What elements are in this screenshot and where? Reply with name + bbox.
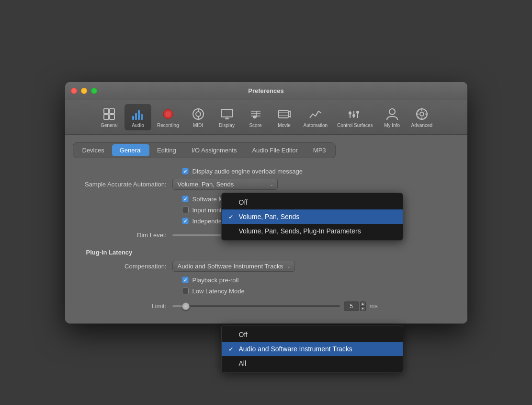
toolbar-item-control-surfaces[interactable]: Control Surfaces xyxy=(333,104,376,130)
compensation-check: ✓ xyxy=(228,345,234,352)
control-surfaces-icon xyxy=(347,106,362,122)
limit-thumb[interactable] xyxy=(182,302,190,310)
sample-accurate-check: ✓ xyxy=(228,213,234,220)
limit-down[interactable]: ▼ xyxy=(360,306,366,311)
sample-accurate-option-volume-pan-sends-plugin[interactable]: Volume, Pan, Sends, Plug-In Parameters xyxy=(222,224,403,238)
sample-accurate-menu: Off ✓ Volume, Pan, Sends Volume, Pan, Se… xyxy=(221,193,403,241)
svg-point-35 xyxy=(420,112,424,116)
toolbar-item-midi[interactable]: MIDI xyxy=(185,104,212,130)
limit-value-container: 5 ▲ ▼ xyxy=(344,301,366,311)
limit-unit: ms xyxy=(370,302,378,310)
minimize-button[interactable] xyxy=(81,88,87,94)
score-icon xyxy=(248,106,263,122)
sample-accurate-option-volume-pan-sends[interactable]: ✓ Volume, Pan, Sends xyxy=(222,209,403,224)
toolbar-item-general[interactable]: General xyxy=(96,104,123,130)
low-latency-mode-checkbox[interactable] xyxy=(182,288,189,294)
tab-audio-file-editor[interactable]: Audio File Editor xyxy=(244,144,305,156)
compensation-dropdown[interactable]: Audio and Software Instrument Tracks ⌄ xyxy=(172,261,295,272)
sample-accurate-vpsp-label: Volume, Pan, Sends, Plug-In Parameters xyxy=(239,227,361,235)
sample-accurate-value: Volume, Pan, Sends xyxy=(178,181,234,188)
sample-accurate-option-off[interactable]: Off xyxy=(222,195,403,209)
sample-accurate-arrow: ⌄ xyxy=(270,182,273,187)
playback-preroll-label: Playback pre-roll xyxy=(192,277,239,284)
compensation-option-audio-software[interactable]: ✓ Audio and Software Instrument Tracks xyxy=(222,342,403,356)
my-info-icon xyxy=(385,106,400,122)
display-audio-engine-checkbox[interactable] xyxy=(182,168,189,174)
plug-in-latency-title: Plug-in Latency xyxy=(77,249,456,256)
svg-point-12 xyxy=(196,112,201,116)
svg-point-10 xyxy=(165,111,171,117)
tabs-bar: Devices General Editing I/O Assignments … xyxy=(73,142,336,158)
tab-mp3[interactable]: MP3 xyxy=(306,144,334,156)
audio-icon xyxy=(130,106,146,122)
compensation-all-label: All xyxy=(239,359,247,367)
sample-accurate-dropdown[interactable]: Volume, Pan, Sends ⌄ xyxy=(172,179,278,190)
toolbar-item-audio[interactable]: Audio xyxy=(125,104,151,130)
toolbar-item-recording[interactable]: Recording xyxy=(153,104,183,130)
svg-line-43 xyxy=(418,116,419,118)
tab-editing[interactable]: Editing xyxy=(149,144,184,156)
tab-io-assignments[interactable]: I/O Assignments xyxy=(184,144,245,156)
compensation-arrow: ⌄ xyxy=(287,264,291,269)
limit-up[interactable]: ▲ xyxy=(360,301,366,306)
toolbar-item-my-info[interactable]: My Info xyxy=(379,104,406,130)
svg-rect-4 xyxy=(132,116,134,120)
display-audio-engine-row: Display audio engine overload message xyxy=(77,168,456,175)
toolbar-label-advanced: Advanced xyxy=(411,123,432,128)
toolbar-label-my-info: My Info xyxy=(384,123,400,128)
general-icon xyxy=(102,106,117,122)
toolbar-label-midi: MIDI xyxy=(193,123,203,128)
dim-level-label: Dim Level: xyxy=(77,231,172,239)
svg-point-31 xyxy=(352,114,355,117)
display-icon xyxy=(219,106,235,122)
sample-accurate-off-label: Off xyxy=(239,198,248,206)
svg-line-42 xyxy=(424,110,426,111)
compensation-off-label: Off xyxy=(239,331,248,338)
svg-line-41 xyxy=(424,116,426,118)
limit-slider-row: 5 ▲ ▼ ms xyxy=(172,301,378,311)
input-monitoring-checkbox[interactable] xyxy=(182,207,189,213)
toolbar-label-display: Display xyxy=(219,123,235,128)
svg-line-40 xyxy=(418,110,419,111)
automation-icon xyxy=(308,106,323,122)
svg-point-21 xyxy=(252,115,257,119)
low-latency-mode-row: Low Latency Mode xyxy=(77,288,456,295)
limit-row: Limit: 5 ▲ ▼ ms xyxy=(77,301,456,311)
playback-preroll-checkbox[interactable] xyxy=(182,277,189,283)
compensation-option-all[interactable]: All xyxy=(222,356,403,370)
close-button[interactable] xyxy=(71,88,77,94)
svg-rect-2 xyxy=(104,115,109,119)
independent-monitoring-checkbox[interactable] xyxy=(182,218,189,224)
sample-accurate-vps-label: Volume, Pan, Sends xyxy=(239,213,300,220)
preferences-window: Preferences General xyxy=(65,82,467,324)
midi-icon xyxy=(191,106,206,122)
display-audio-engine-label: Display audio engine overload message xyxy=(192,168,303,175)
svg-rect-5 xyxy=(135,113,137,120)
svg-rect-15 xyxy=(221,109,233,117)
toolbar: General Audio R xyxy=(65,100,467,135)
toolbar-label-general: General xyxy=(101,123,118,128)
content-area: Devices General Editing I/O Assignments … xyxy=(65,135,467,324)
svg-point-32 xyxy=(356,111,359,114)
software-monitoring-checkbox[interactable] xyxy=(182,196,189,202)
low-latency-mode-label: Low Latency Mode xyxy=(192,288,245,295)
toolbar-item-display[interactable]: Display xyxy=(214,104,240,130)
compensation-row: Compensation: Audio and Software Instrum… xyxy=(77,261,456,272)
svg-rect-23 xyxy=(279,110,288,118)
toolbar-label-movie: Movie xyxy=(278,123,291,128)
limit-track[interactable] xyxy=(172,305,340,307)
tab-general[interactable]: General xyxy=(112,144,149,156)
toolbar-item-score[interactable]: Score xyxy=(242,104,269,130)
playback-preroll-row: Playback pre-roll xyxy=(77,277,456,284)
compensation-option-off[interactable]: Off xyxy=(222,327,403,342)
svg-rect-3 xyxy=(110,115,114,119)
toolbar-label-audio: Audio xyxy=(132,123,144,128)
compensation-menu: Off ✓ Audio and Software Instrument Trac… xyxy=(221,325,403,373)
tab-devices[interactable]: Devices xyxy=(75,144,112,156)
limit-value[interactable]: 5 xyxy=(344,301,359,311)
toolbar-item-movie[interactable]: Movie xyxy=(271,104,298,130)
maximize-button[interactable] xyxy=(91,88,97,94)
toolbar-item-advanced[interactable]: Advanced xyxy=(407,104,436,130)
svg-point-30 xyxy=(349,112,351,115)
toolbar-item-automation[interactable]: Automation xyxy=(300,104,332,130)
